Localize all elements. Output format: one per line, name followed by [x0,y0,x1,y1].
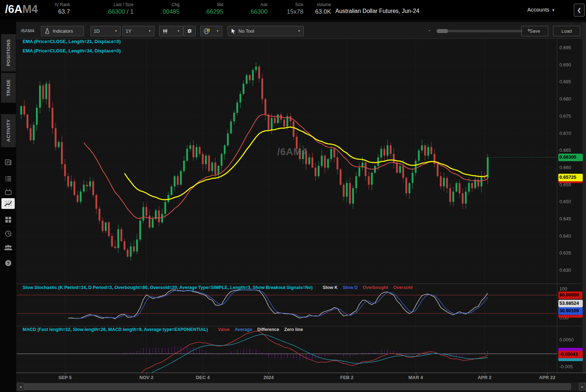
legend-item: Zero line [284,327,303,332]
macd-legend[interactable]: MACD (Fast length=12, Slow length=26, MA… [23,327,303,332]
timeframe-dropdown[interactable]: 1D▼ [90,26,121,36]
time-tick-label: FEB 2 [340,375,353,380]
help-icon[interactable]: ? [3,258,14,268]
bid-label: Bid [184,2,223,7]
time-tick-mark [347,373,347,374]
price-tick-label: 0.670 [559,131,571,136]
instrument-description: Australian Dollar Futures, Jun-24 [335,8,419,14]
zoom-slider-track[interactable] [436,30,522,32]
time-tick-label: DEC 4 [196,375,210,380]
range-dropdown[interactable]: 1Y▼ [122,26,154,36]
time-tick-mark [416,373,416,374]
last-value: .66300 [106,8,125,15]
chg-label: Chg [140,2,180,7]
chg-value: .00485 [140,8,180,15]
tab-trade-label: TRADE [6,79,11,96]
vscroll-track[interactable] [582,22,586,373]
ask-label: Ask [228,2,268,7]
price-tick-label: 0.635 [559,250,571,256]
hscroll-right-arrow[interactable]: ▸ [579,383,586,391]
time-tick-mark [485,373,485,374]
ema21-legend[interactable]: EMA (Price=CLOSE, Length=21, Displace=0) [23,39,121,44]
drawing-style-dropdown[interactable]: ▼ [200,26,222,36]
accounts-label: Accounts [527,6,549,13]
drawing-style-icon [204,28,210,34]
sidebar-tab-activity[interactable]: ACTIVITY [1,114,16,148]
macd-legend-items: ValueAverageDifferenceZero line [213,327,303,332]
tab-activity-label: ACTIVITY [6,119,11,142]
stochastic-legend[interactable]: Slow Stochastic (K Period=14, D Period=3… [23,285,413,290]
time-tick-label: APR 22 [539,375,555,380]
chart-settings-button[interactable] [183,26,196,36]
tool-label: No Tool [238,28,254,34]
time-tick-label: APR 2 [478,375,491,380]
community-icon[interactable] [3,243,14,252]
hscroll-left-arrow[interactable]: ◂ [17,383,24,391]
macd-panel-divider[interactable] [16,326,586,326]
field-iv-rank: IV Rank 63.7 [38,0,70,20]
tool-dropdown[interactable]: No Tool▼ [228,26,304,36]
gear-icon [187,28,192,34]
time-tick-mark [547,373,548,374]
sidebar-tab-trade[interactable]: TRADE [1,73,16,103]
volume-label: Volume [302,2,331,7]
grid-icon[interactable] [3,215,14,224]
last-size-label: Last / Size [80,2,134,7]
legend-item: Difference [257,327,279,332]
timeframe-value: 1D [94,28,100,34]
hscroll-thumb[interactable] [24,383,571,390]
symbol-contract: M4 [22,3,38,15]
chevron-down-icon: ▼ [216,29,219,33]
ema34-legend[interactable]: EMA (Price=CLOSE, Length=34, Displace=0) [23,48,121,53]
price-tick-label: 0.695 [559,45,571,50]
zoom-slider-thumb[interactable] [437,29,448,33]
price-tick-label: 0.660 [559,165,571,170]
chevron-down-icon: ▼ [148,29,151,33]
chart-icon[interactable] [1,198,15,209]
chart-style-dropdown[interactable]: ▼ [159,26,183,36]
macd-axis-bottom: -0.005 [559,364,573,369]
slow-d-badge: 30.90109 [558,307,583,315]
stochastic-legend-text: Slow Stochastic (K Period=14, D Period=3… [23,285,313,290]
time-tick-mark [146,373,147,374]
accounts-menu[interactable]: Accounts▼ [527,6,555,13]
chart-toolbar: /6AM4 Indicators 1D▼ 1Y▼ ▼ ▼ No Tool▼ - … [16,22,586,39]
chart-watermark: /6AM4 [277,146,308,158]
price-tick-label: 0.675 [559,113,571,119]
iv-rank-value: 63.7 [38,8,70,15]
load-button[interactable]: Load [553,26,580,36]
field-volume: Volume 63.0K [302,0,331,20]
time-tick-mark [65,373,65,374]
watchlist-icon[interactable] [3,174,14,183]
chevron-down-icon: ▼ [177,29,180,33]
field-last-size: Last / Size .66300 / 1 [80,0,134,20]
indicators-button[interactable]: Indicators [41,26,84,36]
sidebar-tab-positions[interactable]: POSITIONS [1,34,16,72]
left-sidebar: POSITIONS TRADE ACTIVITY ? [0,20,16,392]
history-icon[interactable] [3,229,14,238]
field-bid: Bid .66295 [184,0,223,20]
chart-style-icon [162,28,168,34]
field-chg: Chg .00485 [140,0,180,20]
last-size-suffix: / 1 [125,8,134,15]
legend-item: Average [235,327,252,332]
legend-item: Slow D [343,285,358,290]
time-tick-label: MAR 4 [408,375,423,380]
cursor-icon [231,28,236,34]
load-label: Load [562,28,572,34]
collapse-panel-button[interactable]: ❮ [574,4,585,17]
ask-value: .66300 [228,8,268,15]
time-tick-label: SEP 5 [59,375,72,380]
field-ask: Ask .66300 [228,0,268,20]
monitor-icon[interactable] [3,187,14,197]
stoch-panel-divider[interactable] [16,284,586,284]
zoom-out-button[interactable]: - [428,27,430,34]
save-button[interactable]: Save [521,26,548,36]
chart-plot-area[interactable] [17,39,557,373]
news-icon[interactable] [3,158,14,167]
iv-rank-label: IV Rank [38,2,70,7]
symbol-title: /6AM4 [5,3,38,16]
chevron-down-icon: ▼ [298,29,301,33]
svg-text:?: ? [7,261,10,266]
field-size: Size 15x78 [271,0,303,20]
